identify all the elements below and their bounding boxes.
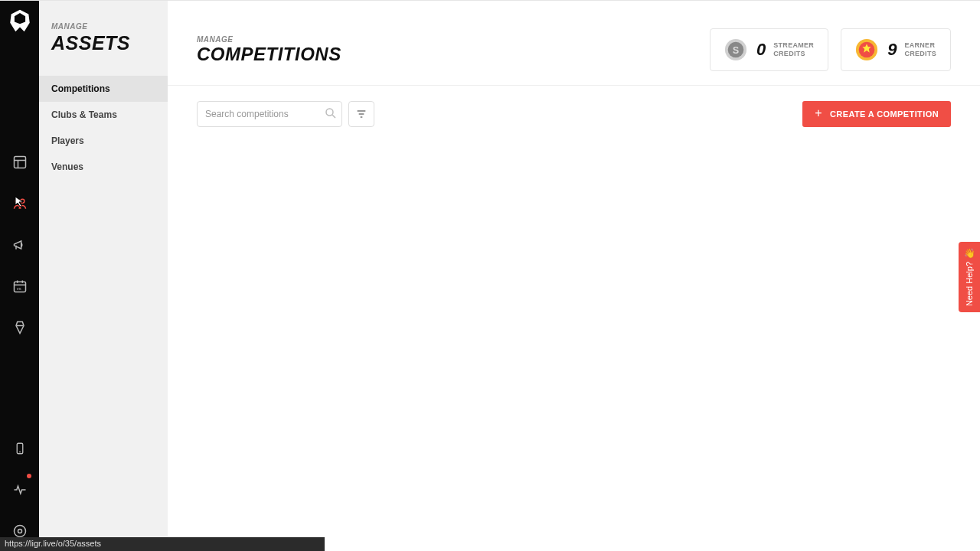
page-title: COMPETITIONS — [197, 44, 697, 65]
svg-text:S: S — [733, 45, 739, 56]
notification-dot-icon — [27, 474, 31, 478]
nav-dashboard[interactable] — [0, 142, 39, 183]
help-emoji-icon: 👋 — [964, 248, 975, 259]
nav-activity[interactable] — [0, 469, 39, 510]
earner-credits-label: EARNERCREDITS — [904, 41, 936, 58]
sidebar-item-clubs-teams[interactable]: Clubs & Teams — [39, 102, 168, 128]
svg-text:vs: vs — [16, 286, 21, 291]
streamer-credits-card[interactable]: S 0 STREAMERCREDITS — [710, 28, 828, 71]
app-logo[interactable] — [6, 7, 34, 34]
earner-credits-value: 9 — [887, 40, 897, 60]
svg-point-15 — [18, 530, 21, 533]
search-input[interactable] — [197, 101, 342, 127]
filter-button[interactable] — [348, 101, 374, 127]
svg-point-4 — [20, 199, 24, 203]
search-icon[interactable] — [324, 106, 338, 123]
sidebar-item-competitions[interactable]: Competitions — [39, 76, 168, 102]
streamer-credits-value: 0 — [756, 40, 766, 60]
filter-icon — [355, 108, 368, 120]
need-help-tab[interactable]: 👋 Need Help? — [959, 242, 980, 312]
svg-point-14 — [14, 526, 25, 537]
sidebar-title: ASSETS — [39, 31, 168, 76]
svg-point-21 — [326, 109, 333, 116]
earner-credits-icon — [855, 38, 878, 61]
status-url-bar: https://ligr.live/o/35/assets — [0, 537, 325, 551]
svg-line-22 — [332, 115, 335, 118]
sidebar-item-venues[interactable]: Venues — [39, 154, 168, 180]
sidebar-overline: MANAGE — [39, 22, 168, 31]
nav-mobile[interactable] — [0, 428, 39, 469]
plus-icon: + — [815, 106, 822, 120]
svg-rect-0 — [14, 157, 25, 168]
svg-point-3 — [15, 199, 19, 203]
nav-assets[interactable] — [0, 183, 39, 224]
streamer-credits-icon: S — [724, 38, 747, 61]
nav-schedule[interactable]: vs — [0, 266, 39, 307]
page-overline: MANAGE — [197, 35, 697, 44]
nav-themes[interactable] — [0, 307, 39, 348]
sidebar-item-players[interactable]: Players — [39, 128, 168, 154]
earner-credits-card[interactable]: 9 EARNERCREDITS — [841, 28, 951, 71]
create-competition-button[interactable]: + CREATE A COMPETITION — [802, 101, 951, 127]
streamer-credits-label: STREAMERCREDITS — [773, 41, 814, 58]
nav-promote[interactable] — [0, 224, 39, 266]
